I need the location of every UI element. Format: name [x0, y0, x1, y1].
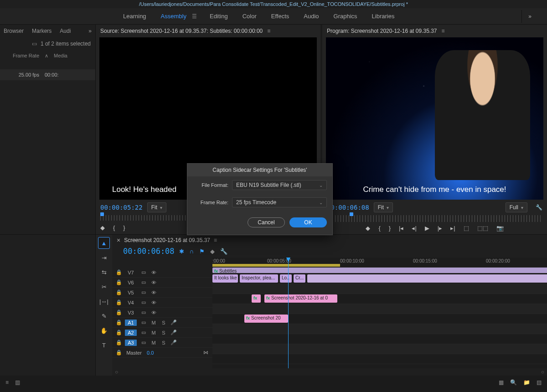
playhead[interactable]	[288, 258, 289, 368]
timeline-scroll-right[interactable]: ○	[541, 369, 544, 375]
caption-track-label: Subtitles	[219, 268, 237, 273]
icon-view-icon[interactable]: ▦	[499, 379, 504, 386]
slip-tool-icon[interactable]: |↔|	[98, 296, 109, 307]
program-quality-dropdown[interactable]: Full ▾	[506, 202, 527, 212]
track-v5-header[interactable]: 🔒V5▭👁	[112, 288, 212, 298]
hand-tool-icon[interactable]: ✋	[98, 325, 109, 336]
marker-icon[interactable]: ◆	[100, 224, 105, 231]
timeline-ruler[interactable]: Close :00:00 00:00:05:00 00:00:10:00 00:…	[212, 258, 547, 268]
workspace-learning[interactable]: Learning	[123, 13, 146, 20]
track-a3-header[interactable]: 🔒A3▭MS🎤	[112, 338, 212, 348]
panel-overflow-icon[interactable]: »	[88, 28, 92, 34]
workspace-libraries[interactable]: Libraries	[372, 13, 395, 20]
video-clip[interactable]: fxScreenshot 20	[244, 315, 288, 323]
type-tool-icon[interactable]: T	[98, 340, 109, 351]
step-forward-icon[interactable]: |▸	[438, 225, 442, 232]
workspace-assembly[interactable]: Assembly	[161, 13, 186, 20]
new-item-icon[interactable]: ▤	[537, 379, 542, 386]
tab-markers[interactable]: Markers	[32, 28, 52, 34]
track-v4-header[interactable]: 🔒V4▭👁	[112, 298, 212, 308]
workspace-menu-icon[interactable]: ☰	[192, 13, 197, 20]
caption-clip[interactable]: Inspector, plea...	[240, 274, 278, 283]
timeline-panel-menu-icon[interactable]: ≡	[214, 237, 217, 243]
freeform-view-icon[interactable]: ▥	[15, 379, 20, 386]
snap-icon[interactable]: ✱	[179, 248, 184, 255]
video-clip[interactable]: fxScreenshot 2020-12-16 at 0	[264, 294, 337, 303]
sequence-tab[interactable]: Screenshot 2020-12-16 at 09.35.37	[124, 237, 210, 243]
column-media[interactable]: Media	[54, 53, 67, 58]
out-bracket-icon[interactable]: }	[123, 224, 125, 231]
column-framerate[interactable]: Frame Rate	[4, 53, 39, 58]
out-bracket-icon[interactable]: }	[389, 225, 391, 232]
extract-icon[interactable]: ⬚⬚	[477, 225, 488, 232]
track-a1-header[interactable]: 🔒A1▭MS🎤	[112, 318, 212, 328]
workspace-graphics[interactable]: Graphics	[334, 13, 357, 20]
source-timecode[interactable]: 00:00:05:22	[100, 204, 143, 211]
step-back-icon[interactable]: ◂|	[412, 225, 416, 232]
go-to-out-icon[interactable]: ▸|	[450, 225, 455, 232]
project-row[interactable]: 25.00 fps 00:00:	[0, 69, 95, 80]
program-zoom-value: Fit	[378, 204, 384, 211]
file-format-label: File Format:	[193, 182, 228, 188]
caption-clip[interactable]: Cr...	[294, 274, 305, 283]
sort-asc-icon[interactable]: ∧	[45, 53, 48, 59]
workspace-editing[interactable]: Editing	[210, 13, 228, 20]
source-panel-menu-icon[interactable]: ≡	[267, 28, 270, 34]
go-to-in-icon[interactable]: |◂	[399, 225, 403, 232]
caption-clip[interactable]: Lo..	[280, 274, 292, 283]
track-a2-header[interactable]: 🔒A2▭MS🎤	[112, 328, 212, 338]
tab-audio-partial[interactable]: Audi	[60, 28, 71, 34]
ok-button[interactable]: OK	[289, 217, 327, 227]
timeline-timecode[interactable]: 00:00:06:08	[123, 247, 175, 256]
bin-icon[interactable]: ▭	[32, 41, 37, 47]
track-select-tool-icon[interactable]: ⇥	[98, 252, 109, 263]
list-view-icon[interactable]: ≡	[5, 379, 9, 386]
track-v3-header[interactable]: 🔒V3▭👁	[112, 308, 212, 318]
track-headers: 🔒V7▭👁 🔒V6▭👁 🔒V5▭👁 🔒V4▭👁 🔒V3▭👁 🔒A1▭MS🎤 🔒A…	[112, 258, 212, 368]
program-panel-menu-icon[interactable]: ≡	[442, 28, 445, 34]
video-clip[interactable]: fx	[252, 294, 261, 303]
ripple-tool-icon[interactable]: ⇆	[98, 267, 109, 278]
search-icon[interactable]: 🔍	[510, 379, 517, 386]
cancel-button[interactable]: Cancel	[248, 217, 285, 227]
in-bracket-icon[interactable]: {	[113, 224, 115, 231]
program-timecode[interactable]: 00:00:06:08	[327, 204, 369, 211]
workspace-color[interactable]: Color	[243, 13, 257, 20]
pen-tool-icon[interactable]: ✎	[98, 310, 109, 321]
marker-add-icon[interactable]: ⚑	[199, 248, 205, 255]
track-master-header[interactable]: 🔒Master0.0⋈	[112, 348, 212, 358]
cell-framerate: 25.00 fps	[4, 72, 39, 77]
file-format-dropdown[interactable]: EBU N19 Subtitle File (.stl) ⌄	[232, 180, 327, 190]
workspace-overflow-icon[interactable]: »	[521, 10, 538, 23]
new-bin-icon[interactable]: 📁	[523, 379, 530, 386]
timeline-panel: × Screenshot 2020-12-16 at 09.35.37 ≡ 00…	[112, 235, 547, 376]
selection-tool-icon[interactable]: ▲	[98, 237, 109, 248]
timeline-settings-icon[interactable]: ◆	[210, 248, 215, 255]
framerate-dropdown[interactable]: 25 fps Timecode ⌄	[232, 197, 327, 207]
lift-icon[interactable]: ⬚	[464, 225, 469, 232]
track-v6-header[interactable]: 🔒V6▭👁	[112, 278, 212, 288]
track-v7-header[interactable]: 🔒V7▭👁	[112, 268, 212, 278]
fx-badge-icon: fx	[214, 269, 218, 273]
timeline-wrench-icon[interactable]: 🔧	[220, 248, 227, 255]
program-scrubber[interactable]	[327, 215, 542, 222]
razor-tool-icon[interactable]: ✂	[98, 281, 109, 292]
tab-browser[interactable]: Browser	[4, 28, 24, 34]
close-sequence-icon[interactable]: ×	[117, 237, 120, 244]
program-zoom-dropdown[interactable]: Fit ▾	[374, 202, 393, 212]
workspace-effects[interactable]: Effects	[271, 13, 289, 20]
caption-clip[interactable]: It looks like	[212, 274, 238, 283]
chevron-down-icon: ⌄	[319, 200, 323, 205]
source-zoom-dropdown[interactable]: Fit ▾	[147, 202, 166, 212]
play-icon[interactable]: ▶	[425, 225, 429, 232]
linked-selection-icon[interactable]: ∩	[190, 248, 194, 255]
program-viewer[interactable]: Crime can't hide from me - even in space…	[326, 37, 543, 200]
timeline-scroll-left[interactable]: ○	[115, 369, 118, 375]
caption-clip[interactable]	[307, 274, 547, 283]
workspace-audio[interactable]: Audio	[304, 13, 319, 20]
wrench-icon[interactable]: 🔧	[536, 204, 542, 211]
export-frame-icon[interactable]: 📷	[496, 225, 504, 232]
in-bracket-icon[interactable]: {	[378, 225, 380, 232]
marker-icon[interactable]: ◆	[366, 225, 370, 232]
timeline-canvas[interactable]: Close :00:00 00:00:05:00 00:00:10:00 00:…	[212, 258, 547, 368]
